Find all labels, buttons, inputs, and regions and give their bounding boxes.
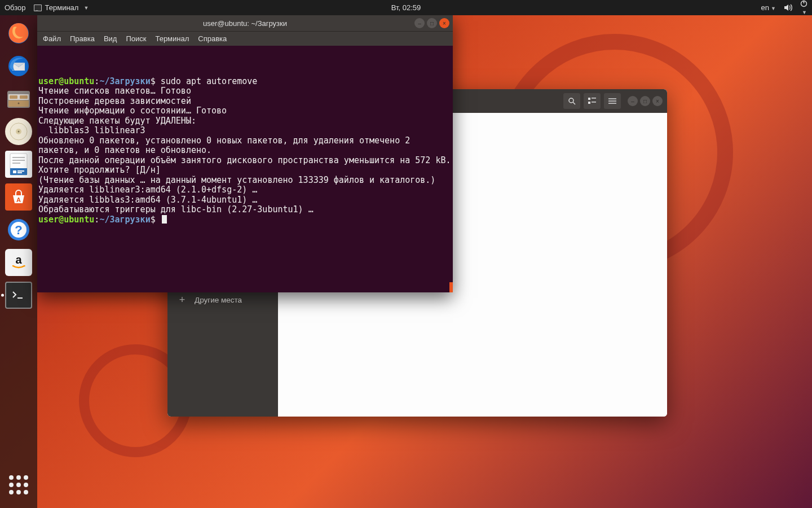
- menu-view[interactable]: Вид: [104, 34, 117, 43]
- maximize-button[interactable]: □: [427, 18, 437, 28]
- terminal-window: user@ubuntu: ~/Загрузки – □ × Файл Правк…: [37, 15, 453, 292]
- terminal-content[interactable]: user@ubuntu:~/Загрузки$ sudo apt autorem…: [37, 46, 453, 292]
- dock-terminal[interactable]: [5, 282, 32, 309]
- dock-firefox[interactable]: [5, 20, 32, 47]
- plus-icon: +: [176, 294, 188, 306]
- volume-icon[interactable]: [784, 4, 792, 11]
- svg-text:A: A: [16, 196, 21, 203]
- clock[interactable]: Вт, 02:59: [391, 3, 421, 12]
- svg-point-31: [569, 98, 573, 103]
- minimize-button[interactable]: –: [628, 96, 638, 106]
- input-lang[interactable]: en▼: [761, 3, 776, 12]
- dock-amazon[interactable]: a: [5, 249, 32, 276]
- svg-rect-19: [12, 163, 20, 164]
- close-button[interactable]: ×: [439, 18, 449, 28]
- terminal-titlebar[interactable]: user@ubuntu: ~/Загрузки – □ ×: [37, 15, 453, 31]
- view-toggle-button[interactable]: [584, 93, 601, 109]
- svg-text:?: ?: [15, 223, 22, 237]
- menu-help[interactable]: Справка: [198, 34, 227, 43]
- svg-text:a: a: [15, 253, 22, 266]
- svg-rect-33: [588, 98, 590, 100]
- top-panel: Обзор _ Терминал ▼ Вт, 02:59 en▼ ▼: [0, 0, 812, 15]
- show-applications-button[interactable]: [9, 475, 28, 494]
- svg-rect-22: [17, 170, 24, 172]
- chevron-down-icon: ▼: [802, 10, 807, 15]
- svg-point-15: [18, 131, 20, 133]
- dock-thunderbird[interactable]: [5, 52, 32, 80]
- menu-file[interactable]: Файл: [43, 34, 61, 43]
- dock-rhythmbox[interactable]: [5, 118, 32, 145]
- terminal-title: user@ubuntu: ~/Загрузки: [203, 19, 287, 28]
- terminal-mini-icon: _: [34, 5, 42, 11]
- svg-rect-35: [588, 102, 590, 104]
- dock-files[interactable]: [5, 85, 32, 112]
- power-icon[interactable]: ▼: [800, 0, 807, 16]
- menu-edit[interactable]: Правка: [70, 34, 95, 43]
- dock-software[interactable]: A: [5, 183, 32, 211]
- terminal-menubar: Файл Правка Вид Поиск Терминал Справка: [37, 31, 453, 46]
- dock: A ? a: [0, 15, 37, 508]
- svg-rect-17: [12, 157, 25, 158]
- app-menu[interactable]: _ Терминал ▼: [34, 3, 89, 12]
- dock-help[interactable]: ?: [5, 216, 32, 243]
- sidebar-item-other-locations[interactable]: + Другие места: [167, 290, 278, 309]
- dock-writer[interactable]: [5, 151, 32, 178]
- svg-rect-29: [10, 288, 27, 302]
- hamburger-button[interactable]: [604, 93, 621, 109]
- chevron-down-icon: ▼: [771, 6, 776, 11]
- maximize-button[interactable]: □: [640, 96, 650, 106]
- svg-rect-10: [20, 95, 28, 99]
- svg-rect-23: [17, 172, 22, 173]
- svg-line-32: [573, 102, 575, 104]
- svg-rect-18: [12, 160, 25, 161]
- menu-terminal[interactable]: Терминал: [155, 34, 189, 43]
- activities-button[interactable]: Обзор: [5, 3, 26, 12]
- close-button[interactable]: ×: [652, 96, 663, 106]
- svg-point-12: [18, 103, 20, 104]
- app-menu-label: Терминал: [45, 3, 79, 12]
- menu-search[interactable]: Поиск: [126, 34, 146, 43]
- svg-rect-21: [13, 170, 16, 173]
- svg-text:_: _: [35, 6, 38, 11]
- svg-rect-36: [592, 102, 596, 103]
- sidebar-item-label: Другие места: [195, 296, 242, 304]
- svg-rect-34: [592, 98, 596, 99]
- scrollbar-thumb[interactable]: [449, 282, 453, 292]
- minimize-button[interactable]: –: [414, 18, 425, 28]
- search-button[interactable]: [563, 93, 580, 109]
- svg-rect-9: [10, 95, 17, 99]
- chevron-down-icon: ▼: [83, 5, 89, 11]
